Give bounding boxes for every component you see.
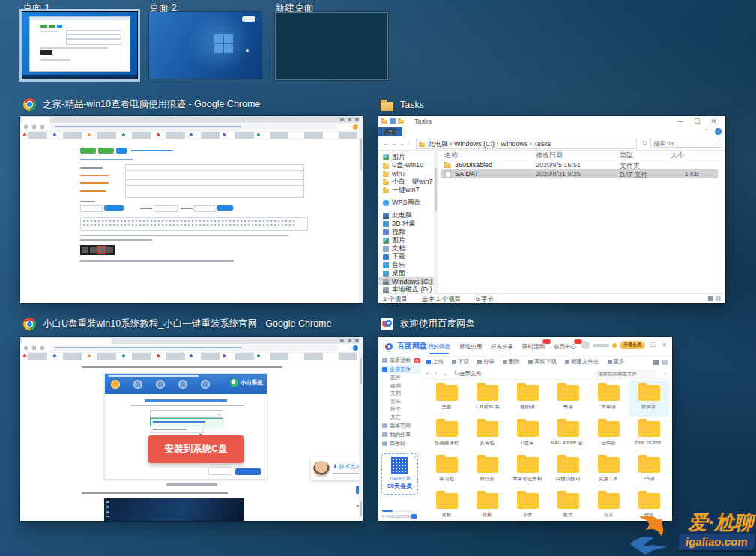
netdisk-folder[interactable]: 音乐 xyxy=(588,489,629,521)
netdisk-category-item[interactable]: 音乐 xyxy=(378,398,420,406)
netdisk-tab[interactable]: 好友分享 xyxy=(486,337,518,356)
sidebar-scrollbar[interactable] xyxy=(434,150,438,294)
netdisk-category-item[interactable]: 图片 xyxy=(378,374,420,382)
netdisk-folder[interactable]: 安装包 xyxy=(467,417,507,453)
netdisk-sidebar-item[interactable]: 我的分享 xyxy=(378,430,420,439)
netdisk-sidebar-item[interactable]: 隐藏空间 xyxy=(378,421,420,430)
netdisk-tab[interactable]: 最近使用 xyxy=(455,337,486,356)
collapse-ribbon-icon[interactable]: ⌃ xyxy=(704,128,709,135)
sidebar-item[interactable]: 下载 xyxy=(378,253,434,261)
netdisk-category-item[interactable]: 其它 xyxy=(378,414,420,422)
netdisk-sidebar-item[interactable]: 回收站 xyxy=(378,439,420,448)
sidebar-item[interactable]: 文档 xyxy=(378,244,434,253)
chrome1-window-thumbnail[interactable] xyxy=(20,116,363,303)
netdisk-folder[interactable]: 主题 xyxy=(426,381,467,417)
netdisk-folder[interactable]: 软件库 xyxy=(629,381,669,417)
netdisk-toolbar-button[interactable]: 删除 xyxy=(503,358,520,366)
chrome2-caption[interactable]: 小白U盘重装win10系统教程_小白一键重装系统官网 - Google Chro… xyxy=(23,318,332,330)
sidebar-item-icon xyxy=(383,287,389,293)
sidebar-item[interactable]: 图片 xyxy=(378,236,434,244)
netdisk-folder[interactable]: 字体 xyxy=(507,489,548,521)
netdisk-category-item[interactable]: 文档 xyxy=(378,390,420,398)
help-icon[interactable]: ? xyxy=(715,128,722,135)
window-controls[interactable]: ─ ☐ ✕ xyxy=(640,342,669,348)
sidebar-item[interactable]: U盘-win10 xyxy=(378,161,434,169)
sidebar-item[interactable]: 视频 xyxy=(378,228,434,236)
netdisk-folder[interactable]: 工具软件 集 xyxy=(467,381,507,417)
netdisk-folder[interactable]: 白嫖小技巧 xyxy=(548,453,588,489)
refresh-icon[interactable]: ↻ xyxy=(642,140,647,147)
netdisk-toolbar-button[interactable]: 离线下载 xyxy=(528,358,557,366)
explorer-caption[interactable]: Tasks xyxy=(381,98,424,111)
sidebar-item[interactable]: 音乐 xyxy=(378,261,434,269)
chrome2-window-thumbnail[interactable]: 小白系统 安装到系统C盘 ⬇ 技术支持 xyxy=(20,337,363,521)
netdisk-tab[interactable]: 限时活动 xyxy=(518,337,549,356)
column-name[interactable]: 名称 xyxy=(444,151,458,160)
support-widget[interactable]: ⬇ 技术支持 xyxy=(311,457,363,480)
sidebar-item-icon xyxy=(383,163,389,169)
column-type[interactable]: 类型 xyxy=(620,151,633,160)
user-level-badge xyxy=(612,343,617,348)
netdisk-folder[interactable]: 书籍 xyxy=(548,381,588,417)
netdisk-toolbar-button[interactable]: 更多 xyxy=(608,358,625,366)
column-date[interactable]: 修改日期 xyxy=(536,151,563,160)
netdisk-folder[interactable]: 修图课 xyxy=(507,381,548,417)
file-row[interactable]: SA.DAT 2020/8/31 9:26 DAT 文件 1 KB xyxy=(441,169,718,178)
chrome1-caption[interactable]: 之家-精品-win10查看电脑使用痕迹 - Google Chrome xyxy=(23,98,260,111)
view-toggle-icons[interactable] xyxy=(653,360,668,365)
netdisk-folder[interactable]: 大学课 xyxy=(588,381,629,417)
desktop-2-thumbnail[interactable] xyxy=(149,12,261,79)
netdisk-tab[interactable]: 我的网盘 xyxy=(423,337,455,356)
netdisk-breadcrumb[interactable]: 全部文件 xyxy=(459,370,482,378)
netdisk-search-input[interactable] xyxy=(594,369,657,378)
new-desktop-thumbnail[interactable] xyxy=(275,12,388,80)
nav-arrows[interactable]: ← → ⌄ ↑ xyxy=(382,139,411,147)
netdisk-category-item[interactable]: 视频 xyxy=(378,382,420,390)
netdisk-folder[interactable]: 素材 xyxy=(426,489,467,521)
netdisk-folder[interactable]: 学习包 xyxy=(426,453,467,489)
column-size[interactable]: 大小 xyxy=(671,151,684,160)
netdisk-folder[interactable]: 短视频课程 xyxy=(426,417,467,453)
ribbon-tab[interactable]: 查看 xyxy=(378,127,402,136)
close-icon[interactable]: ✕ xyxy=(413,454,417,459)
expand-capacity-icon[interactable] xyxy=(411,514,417,519)
netdisk-folder[interactable]: PS课 xyxy=(629,453,669,489)
view-toggle-icons[interactable] xyxy=(708,296,722,301)
netdisk-toolbar-button[interactable]: 分享 xyxy=(477,358,495,366)
netdisk-toolbar-button[interactable]: 新建文件夹 xyxy=(565,358,599,366)
netdisk-tab[interactable]: 会员中心 xyxy=(549,337,581,356)
explorer-caption-title: Tasks xyxy=(400,100,424,110)
netdisk-folder[interactable]: 模板 xyxy=(467,489,507,521)
explorer-search-input[interactable] xyxy=(650,139,722,148)
desktop-1-thumbnail[interactable] xyxy=(22,12,137,79)
netdisk-toolbar-button[interactable]: 上传 xyxy=(426,358,444,366)
breadcrumb[interactable]: 此电脑 › Windows (C:) › Windows › Tasks xyxy=(416,139,637,149)
file-row[interactable]: 360Disabled 2020/9/5 16:51 文件夹 xyxy=(441,160,718,169)
netdisk-toolbar-button[interactable]: 下载 xyxy=(452,358,469,366)
netdisk-sidebar-item[interactable]: 全部文件 xyxy=(378,365,420,374)
user-avatar[interactable] xyxy=(581,341,590,349)
sidebar-item[interactable]: 一键win7 xyxy=(378,186,434,194)
sidebar-item[interactable]: WPS网盘 xyxy=(378,199,434,207)
qr-promo-card[interactable]: ✕ 扫码关注领 90天会员 xyxy=(381,453,418,495)
sidebar-item[interactable]: 3D 对象 xyxy=(378,220,434,228)
nav-arrows[interactable]: ‹ › ⌄ ↻ xyxy=(426,370,461,377)
profile-avatar xyxy=(353,345,358,351)
sidebar-item[interactable]: 桌面 xyxy=(378,269,434,277)
netdisk-folder[interactable]: U盘装 xyxy=(507,417,548,453)
netdisk-category-item[interactable]: 种子 xyxy=(378,405,420,414)
netdisk-folder[interactable]: 苹果笔记资料 xyxy=(507,453,548,489)
folder-icon xyxy=(436,421,458,437)
netdisk-folder[interactable]: (mac os inst.. xyxy=(629,417,669,453)
netdisk-folder[interactable]: 实用工具 xyxy=(588,453,629,489)
netdisk-folder[interactable]: 证件照 xyxy=(588,417,629,453)
explorer-window-thumbnail[interactable]: Tasks ─ ☐ ✕ 文件 主页 共享 查看 ⌃ ? ← → ⌄ ↑ 此电脑 … xyxy=(378,116,725,303)
netdisk-caption[interactable]: 欢迎使用百度网盘 xyxy=(381,318,475,330)
folder-icon xyxy=(419,142,425,147)
netdisk-window-thumbnail[interactable]: 百度网盘 我的网盘 最近使用 好友分享 限时活动 xyxy=(378,337,672,521)
netdisk-folder[interactable]: 教程 xyxy=(548,489,588,521)
netdisk-folder[interactable]: 做任务 xyxy=(467,453,507,489)
netdisk-sidebar-item[interactable]: 最新活动 热 xyxy=(378,356,420,365)
window-controls[interactable]: ─ ☐ ✕ xyxy=(678,118,721,125)
netdisk-folder[interactable]: MAC Adobe 全.. xyxy=(548,417,588,453)
